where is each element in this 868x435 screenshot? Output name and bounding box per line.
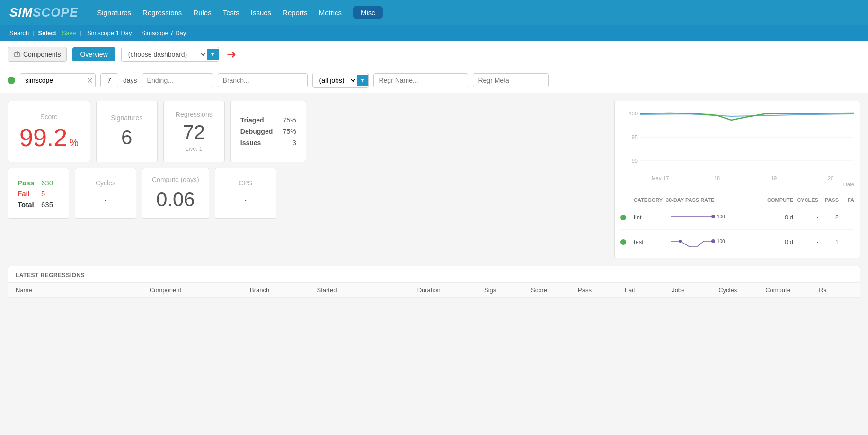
compute-label: Compute (days) xyxy=(152,176,199,183)
th-started: Started xyxy=(317,287,417,294)
total-value: 635 xyxy=(41,200,53,209)
th-component: Component xyxy=(150,287,250,294)
svg-point-16 xyxy=(679,240,682,243)
th-pass: Pass xyxy=(578,287,625,294)
table-header-row: Name Component Branch Started Duration S… xyxy=(8,283,860,298)
lint-compute: 0 d xyxy=(767,214,793,221)
total-label: Total xyxy=(18,200,36,209)
subnav-link-7day[interactable]: Simscope 7 Day xyxy=(138,28,190,38)
triaged-value: 75% xyxy=(283,116,296,124)
test-cycles: · xyxy=(797,238,818,245)
svg-text:100: 100 xyxy=(717,214,725,219)
cat-header-pass: PASS xyxy=(822,197,839,203)
clear-component-button[interactable]: ✕ xyxy=(87,76,93,85)
nav-item-issues[interactable]: Issues xyxy=(251,9,271,17)
cat-row-test: test 100 0 d · 1 xyxy=(620,230,854,254)
subnav-save[interactable]: Save xyxy=(60,28,78,38)
component-input-wrap: ✕ xyxy=(20,73,96,87)
svg-point-17 xyxy=(711,239,715,243)
logo-scope: SCOPE xyxy=(33,5,78,19)
component-input[interactable] xyxy=(20,73,96,87)
score-pct: % xyxy=(69,137,79,149)
triaged-label: Triaged xyxy=(240,116,264,124)
score-label: Score xyxy=(40,113,58,121)
latest-title: LATEST REGRESSIONS xyxy=(8,266,860,283)
cycles-value: · xyxy=(104,191,107,208)
th-jobs: Jobs xyxy=(672,287,718,294)
status-dot xyxy=(8,77,15,84)
issues-value: 3 xyxy=(292,139,296,147)
score-value-wrap: 99.2 % xyxy=(19,125,79,150)
lint-category: lint xyxy=(634,214,662,221)
th-name: Name xyxy=(16,287,150,294)
svg-text:18: 18 xyxy=(714,175,720,181)
overview-button[interactable]: Overview xyxy=(72,47,115,61)
svg-text:100: 100 xyxy=(629,111,638,116)
cat-table-header: CATEGORY 30-DAY PASS RATE COMPUTE CYCLES… xyxy=(620,194,854,205)
debugged-label: Debugged xyxy=(240,128,273,135)
cat-header-cycles: CYCLES xyxy=(797,197,818,203)
test-indicator xyxy=(620,239,630,245)
test-category: test xyxy=(634,238,662,245)
right-panel: 100 95 90 May-17 18 19 20 Date xyxy=(614,101,860,258)
pass-value: 630 xyxy=(41,179,53,187)
fail-label: Fail xyxy=(18,190,36,198)
nav-item-reports[interactable]: Reports xyxy=(283,9,308,17)
nav-item-misc[interactable]: Misc xyxy=(353,6,383,19)
subnav-select[interactable]: Select xyxy=(36,28,58,38)
regressions-label: Regressions xyxy=(176,111,213,118)
nav-item-tests[interactable]: Tests xyxy=(223,9,239,17)
jobs-select-wrap: (all jobs) ▼ xyxy=(312,73,369,88)
signatures-label: Signatures xyxy=(111,114,142,122)
filter-bar: ✕ days (all jobs) ▼ xyxy=(0,68,868,93)
components-button[interactable]: Components xyxy=(8,47,67,62)
cat-header-compute: COMPUTE xyxy=(767,197,793,203)
lint-sparkline: 100 xyxy=(666,209,763,226)
branch-input[interactable] xyxy=(218,73,308,87)
score-value: 99.2 xyxy=(19,125,67,150)
svg-text:100: 100 xyxy=(717,239,725,244)
lint-indicator xyxy=(620,215,630,220)
th-ra: Ra xyxy=(819,287,852,294)
test-compute: 0 d xyxy=(767,238,793,245)
issues-row: Issues 3 xyxy=(240,139,296,147)
svg-point-14 xyxy=(711,215,715,218)
th-branch: Branch xyxy=(250,287,317,294)
regr-name-input[interactable] xyxy=(373,73,468,87)
nav-item-signatures[interactable]: Signatures xyxy=(97,9,131,17)
test-pass: 1 xyxy=(822,238,839,245)
subnav-link-1day[interactable]: Simscope 1 Day xyxy=(83,28,136,38)
jobs-arrow-icon: ▼ xyxy=(357,75,369,86)
dashboard-arrow-icon: ▼ xyxy=(207,49,219,60)
dashboard-select-wrap: (choose dashboard) ▼ xyxy=(121,47,219,62)
regressions-card: Regressions 72 Live: 1 xyxy=(163,101,225,162)
regr-meta-input[interactable] xyxy=(473,73,549,87)
days-input[interactable] xyxy=(100,73,118,87)
score-chart: 100 95 90 May-17 18 19 20 Date xyxy=(622,107,859,192)
nav-item-rules[interactable]: Rules xyxy=(193,9,211,17)
cps-value: · xyxy=(243,191,247,208)
test-sparkline: 100 xyxy=(666,234,763,250)
logo: SIMSCOPE xyxy=(9,5,78,20)
debugged-value: 75% xyxy=(283,128,296,135)
svg-text:90: 90 xyxy=(632,158,638,164)
sub-nav: Search | Select Save | Simscope 1 Day Si… xyxy=(0,25,868,41)
compute-card: Compute (days) 0.06 xyxy=(142,168,209,219)
nav-item-metrics[interactable]: Metrics xyxy=(319,9,342,17)
pass-label: Pass xyxy=(18,179,36,187)
dashboard-select[interactable]: (choose dashboard) xyxy=(122,47,207,61)
th-compute: Compute xyxy=(765,287,819,294)
pass-row: Pass 630 xyxy=(18,179,59,187)
cycles-card: Cycles · xyxy=(75,168,136,219)
cps-label: CPS xyxy=(239,179,252,187)
fail-row: Fail 5 xyxy=(18,190,59,198)
subnav-search[interactable]: Search xyxy=(8,28,31,38)
nav-item-regressions[interactable]: Regressions xyxy=(142,9,182,17)
chart-card: 100 95 90 May-17 18 19 20 Date xyxy=(614,101,860,194)
svg-text:95: 95 xyxy=(632,134,638,140)
nav-items: Signatures Regressions Rules Tests Issue… xyxy=(97,6,859,19)
ending-input[interactable] xyxy=(142,73,213,87)
jobs-select[interactable]: (all jobs) xyxy=(313,73,357,87)
cat-row-lint: lint 100 0 d · 2 xyxy=(620,205,854,230)
cps-card: CPS · xyxy=(215,168,276,219)
